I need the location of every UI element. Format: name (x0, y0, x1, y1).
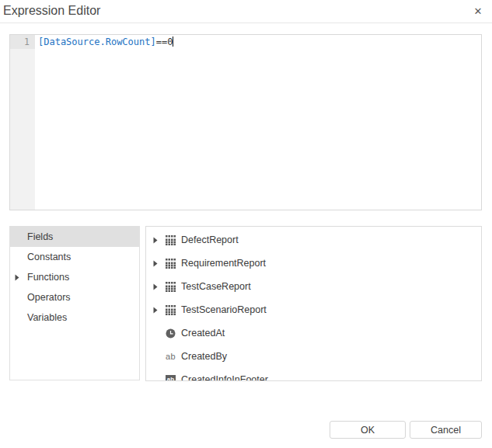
code-line[interactable]: [DataSource.RowCount]==0 (38, 35, 481, 49)
tree-item[interactable]: TestScenarioReport (146, 298, 481, 321)
code-operator-token: ==0 (156, 36, 173, 47)
line-number-gutter: 1 (10, 35, 35, 210)
tree-item-label: TestCaseReport (181, 281, 251, 292)
boxed-text-icon: ab (165, 375, 176, 382)
category-label: Variables (27, 312, 67, 323)
category-item-fields[interactable]: Fields (10, 227, 139, 247)
dialog-title: Expression Editor (3, 4, 100, 18)
line-number: 1 (10, 35, 35, 49)
dialog-titlebar: Expression Editor ✕ (0, 0, 492, 23)
tree-item-label: TestScenarioReport (181, 304, 267, 315)
category-list-panel: Fields Constants Functions Operators Var… (9, 226, 140, 380)
category-item-functions[interactable]: Functions (10, 267, 139, 287)
expand-arrow-icon[interactable] (153, 260, 165, 267)
expression-editor-dialog: Expression Editor ✕ 1 [DataSource.RowCou… (0, 0, 492, 448)
cancel-button[interactable]: Cancel (410, 421, 482, 439)
expression-code-editor[interactable]: 1 [DataSource.RowCount]==0 (9, 34, 482, 210)
ok-button[interactable]: OK (330, 421, 406, 439)
table-icon (165, 235, 176, 245)
tree-item[interactable]: ab CreatedBy (146, 345, 481, 368)
category-label: Constants (27, 252, 71, 262)
table-icon (165, 282, 176, 292)
tree-item[interactable]: DefectReport (146, 228, 481, 252)
tree-item-label: DefectReport (181, 234, 239, 245)
tree-item-label: CreatedAt (181, 328, 225, 339)
category-item-operators[interactable]: Operators (10, 287, 139, 307)
tree-item-label: CreatedInfoInFooter (181, 374, 268, 381)
table-icon (165, 259, 176, 269)
tree-item-label: RequirementReport (181, 258, 266, 269)
tree-item[interactable]: CreatedAt (146, 321, 481, 345)
expand-arrow-icon[interactable] (15, 274, 27, 281)
tree-item[interactable]: ab CreatedInfoInFooter (146, 368, 481, 381)
category-label: Operators (27, 292, 71, 303)
datetime-icon (165, 328, 176, 339)
code-area[interactable]: [DataSource.RowCount]==0 (35, 35, 481, 210)
expand-arrow-icon[interactable] (153, 237, 165, 244)
category-item-variables[interactable]: Variables (10, 307, 139, 328)
expand-arrow-icon[interactable] (153, 307, 165, 314)
table-icon (165, 305, 176, 315)
category-label: Fields (27, 231, 53, 242)
text-caret (173, 36, 173, 47)
category-label: Functions (27, 272, 69, 283)
code-field-token: [DataSource.RowCount] (38, 36, 156, 47)
tree-item-label: CreatedBy (181, 351, 227, 362)
expand-arrow-icon[interactable] (153, 283, 165, 290)
fields-tree-panel: DefectReport RequirementReport (145, 226, 482, 381)
category-item-constants[interactable]: Constants (10, 247, 139, 267)
tree-item[interactable]: TestCaseReport (146, 275, 481, 298)
tree-item[interactable]: RequirementReport (146, 252, 481, 275)
close-icon[interactable]: ✕ (471, 5, 485, 19)
text-icon: ab (165, 352, 176, 361)
